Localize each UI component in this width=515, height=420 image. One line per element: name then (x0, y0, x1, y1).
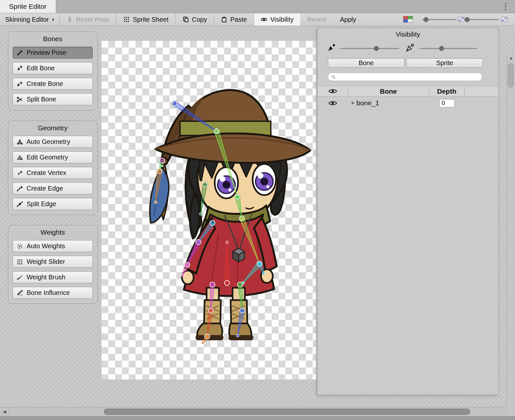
bone-opacity-icon (327, 43, 336, 52)
reset-pose-label: Reset Pose (76, 16, 109, 23)
vertical-scrollbar[interactable]: ▲ ▼ (507, 53, 515, 420)
visibility-icon (261, 16, 267, 23)
horizontal-scrollbar[interactable]: ◀ (0, 407, 515, 416)
weight-brush-button[interactable]: Weight Brush (13, 271, 93, 283)
bone-name-label: bone_1 (356, 99, 379, 107)
window-bottom-edge (0, 416, 515, 420)
preview-pose-button[interactable]: Preview Pose (13, 47, 93, 59)
auto-weights-button[interactable]: Auto Weights (13, 240, 93, 252)
sprite-sheet-button[interactable]: Sprite Sheet (116, 13, 175, 26)
copy-label: Copy (192, 16, 207, 23)
window-tab-bar: Sprite Editor ⋮ (0, 0, 515, 13)
visibility-table-header: Bone Depth (317, 86, 498, 97)
visibility-all-eye-icon[interactable] (329, 88, 337, 94)
color-channels-icon[interactable] (403, 16, 413, 23)
edit-geometry-button[interactable]: Edit Geometry (13, 151, 93, 163)
row-spacer (465, 97, 498, 110)
skinning-editor-dropdown[interactable]: Skinning Editor ▾ (0, 13, 59, 26)
column-header-bone: Bone (348, 86, 429, 96)
scroll-left-arrow[interactable]: ◀ (0, 407, 9, 416)
create-vertex-icon (17, 170, 23, 176)
panel-bones-buttons: Preview PoseEdit BoneCreate BoneSplit Bo… (8, 43, 97, 110)
create-vertex-button[interactable]: Create Vertex (13, 167, 93, 179)
expand-triangle-icon[interactable] (351, 101, 355, 105)
slider-thumb[interactable] (465, 17, 470, 22)
auto-geometry-button[interactable]: Auto Geometry (13, 136, 93, 148)
create-edge-label: Create Edge (27, 185, 63, 192)
horizontal-scroll-thumb[interactable] (104, 409, 470, 415)
auto-geometry-label: Auto Geometry (27, 138, 70, 146)
depth-input[interactable] (439, 99, 455, 107)
panel-weights-buttons: Auto WeightsWeight SliderWeight BrushBon… (8, 237, 97, 303)
bone-opacity-slider[interactable] (340, 48, 399, 49)
preview-pose-label: Preview Pose (27, 49, 66, 56)
toolbar-buttons: Reset PoseSprite SheetCopyPasteVisibilit… (59, 13, 363, 26)
revert-button[interactable]: Revert (300, 13, 333, 26)
editor-main-area: BonesPreview PoseEdit BoneCreate BoneSpl… (0, 26, 515, 407)
split-bone-icon (17, 96, 23, 103)
visibility-tabs: BoneSprite (328, 58, 483, 68)
scroll-up-arrow[interactable]: ▲ (507, 53, 515, 62)
panel-geometry: GeometryAuto GeometryEdit GeometryCreate… (8, 121, 97, 215)
preview-pose-icon (17, 50, 23, 56)
reset-pose-icon (66, 16, 73, 23)
create-vertex-label: Create Vertex (27, 169, 66, 177)
split-bone-button[interactable]: Split Bone (13, 93, 93, 105)
character-art (150, 90, 310, 340)
create-edge-button[interactable]: Create Edge (13, 182, 93, 194)
weight-slider-button[interactable]: Weight Slider (13, 256, 93, 268)
panel-weights-title: Weights (8, 226, 97, 237)
tab-sprite-editor[interactable]: Sprite Editor (0, 0, 56, 13)
row-visibility-eye-icon[interactable] (329, 100, 337, 106)
reset-pose-button[interactable]: Reset Pose (60, 13, 116, 26)
split-edge-icon (17, 201, 23, 207)
panel-weights: WeightsAuto WeightsWeight SliderWeight B… (8, 225, 97, 304)
sprite-opacity-icon (406, 43, 415, 52)
sprite-canvas[interactable] (102, 41, 316, 379)
copy-icon (183, 16, 189, 23)
tab-sprite-editor-label: Sprite Editor (9, 3, 47, 10)
edit-bone-icon (17, 65, 23, 72)
visibility-label: Visibility (270, 16, 293, 23)
paste-button[interactable]: Paste (214, 13, 254, 26)
sprite-editor-window: Sprite Editor ⋮ Skinning Editor ▾ Reset … (0, 0, 515, 420)
tab-bone[interactable]: Bone (328, 58, 404, 68)
search-icon (331, 75, 336, 79)
split-bone-label: Split Bone (27, 96, 56, 103)
visibility-button[interactable]: Visibility (254, 13, 300, 26)
column-header-spacer (465, 86, 498, 96)
vertical-scroll-thumb[interactable] (508, 63, 514, 88)
weight-brush-icon (17, 274, 23, 281)
right-alpha-slider[interactable] (467, 19, 499, 20)
bone-influence-icon (17, 290, 23, 296)
sprite-opacity-slider[interactable] (419, 48, 477, 49)
slider-thumb[interactable] (439, 46, 444, 51)
slider-thumb[interactable] (424, 17, 428, 22)
split-edge-label: Split Edge (27, 200, 56, 208)
tab-sprite[interactable]: Sprite (406, 58, 483, 68)
weight-brush-label: Weight Brush (27, 274, 66, 281)
sprite-sheet-label: Sprite Sheet (133, 16, 168, 23)
auto-geometry-icon (17, 139, 23, 145)
slider-thumb[interactable] (374, 46, 379, 51)
edit-bone-button[interactable]: Edit Bone (13, 62, 93, 74)
panel-bones-title: Bones (8, 32, 97, 43)
auto-weights-label: Auto Weights (27, 242, 65, 250)
apply-label: Apply (340, 16, 356, 23)
column-header-depth: Depth (429, 86, 465, 96)
bone-influence-button[interactable]: Bone Influence (13, 287, 93, 299)
skinning-editor-label: Skinning Editor (5, 16, 49, 23)
kebab-menu-icon[interactable]: ⋮ (501, 1, 510, 12)
apply-button[interactable]: Apply (333, 13, 363, 26)
search-field[interactable] (328, 73, 482, 81)
table-row-bone-1[interactable]: bone_1 (317, 97, 498, 110)
bone-influence-label: Bone Influence (27, 289, 70, 297)
create-bone-label: Create Bone (27, 80, 63, 88)
split-edge-button[interactable]: Split Edge (13, 198, 93, 210)
paste-label: Paste (230, 16, 247, 23)
paste-icon (221, 16, 227, 23)
create-bone-button[interactable]: Create Bone (13, 78, 93, 90)
copy-button[interactable]: Copy (176, 13, 214, 26)
search-input[interactable] (338, 74, 479, 80)
left-alpha-slider[interactable] (422, 19, 457, 20)
